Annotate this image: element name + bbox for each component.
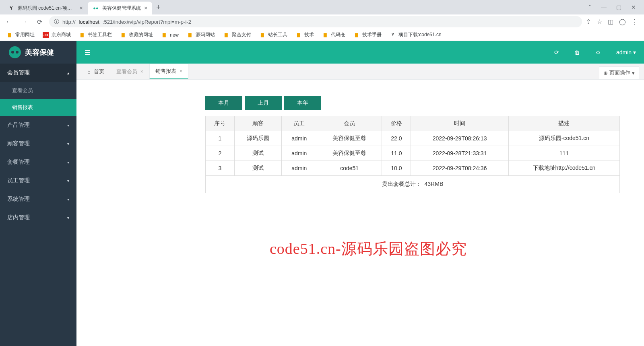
sidebar-group-label: 套餐管理: [7, 159, 30, 166]
tab-close-icon[interactable]: ×: [80, 5, 83, 11]
this-month-button[interactable]: 本月: [205, 96, 242, 110]
user-menu[interactable]: admin ▾: [616, 49, 636, 56]
refresh-icon[interactable]: ⟳: [554, 49, 559, 56]
bookmark-item[interactable]: ▇常用网址: [4, 31, 37, 39]
chevron-down-icon: ▾: [67, 216, 69, 220]
bookmark-item[interactable]: ▇技术: [293, 31, 316, 39]
topbar: ☰ ⟳ 🗑 ⛭ admin ▾: [76, 41, 644, 64]
column-header: 时间: [411, 116, 509, 131]
bookmark-item[interactable]: JD京东商城: [40, 31, 73, 39]
bookmark-item[interactable]: ▇站长工具: [257, 31, 290, 39]
info-icon[interactable]: ⓘ: [54, 18, 59, 25]
folder-icon: ▇: [353, 32, 360, 38]
jd-icon: JD: [43, 32, 49, 38]
star-icon[interactable]: ☆: [597, 18, 602, 25]
bookmark-item[interactable]: ▇收藏的网址: [118, 31, 155, 39]
content-panel: 本月 上月 本年 序号顾客员工会员价格时间描述 1源码乐园admin美容保健至尊…: [76, 80, 644, 346]
tab-close-icon[interactable]: ×: [140, 69, 143, 74]
url-host: localhost: [79, 19, 99, 25]
tab-sales-report[interactable]: 销售报表 ×: [149, 64, 188, 79]
chevron-down-icon: ▾: [67, 123, 69, 128]
menu-icon[interactable]: ⋮: [632, 18, 638, 25]
trash-icon[interactable]: 🗑: [574, 49, 580, 56]
favicon: ●●: [93, 5, 99, 11]
nav-reload-button[interactable]: ⟳: [34, 18, 45, 26]
sidebar-group[interactable]: 产品管理▾: [0, 116, 76, 134]
bookmark-label: 常用网址: [15, 31, 35, 38]
bookmark-label: 聚合支付: [232, 31, 251, 38]
cell-time: 2022-09-29T08:24:36: [411, 161, 509, 176]
cell-desc: 源码乐园-code51.cn: [508, 131, 619, 146]
extensions-icon[interactable]: ◫: [608, 18, 613, 25]
bookmark-item[interactable]: ▇代码仓: [320, 31, 348, 39]
cell-customer: 源码乐园: [234, 131, 281, 146]
sidebar-group[interactable]: 员工管理▾: [0, 171, 76, 190]
sidebar-group-label: 顾客管理: [7, 140, 30, 147]
sidebar-group[interactable]: 系统管理▾: [0, 190, 76, 208]
bookmark-label: 书签工具栏: [88, 31, 112, 38]
folder-icon: ▇: [322, 32, 328, 38]
nav-forward-button[interactable]: →: [19, 18, 30, 25]
cell-desc: 下载地址http://code51.cn: [508, 161, 619, 176]
chevron-down-icon: ▾: [633, 49, 636, 56]
bookmark-item[interactable]: ▇聚合支付: [221, 31, 254, 39]
bookmark-label: 技术手册: [362, 31, 382, 38]
app-root: 美容保健 会员管理▴查看会员销售报表产品管理▾顾客管理▾套餐管理▾员工管理▾系统…: [0, 41, 644, 346]
total-row: 卖出套餐总计： 43RMB: [206, 176, 620, 193]
bookmark-item[interactable]: Y项目下载:code51.cn: [387, 31, 444, 39]
cell-member: code51: [317, 161, 382, 176]
cell-member: 美容保健至尊: [317, 146, 382, 161]
nav-back-button[interactable]: ←: [3, 18, 14, 25]
browser-tab-0[interactable]: Y 源码乐园 code51.cn-项目论文代 ×: [3, 2, 88, 14]
sidebar-group[interactable]: 会员管理▴: [0, 64, 76, 82]
minimize-button[interactable]: —: [601, 4, 607, 10]
sidebar-sub-item[interactable]: 销售报表: [0, 99, 76, 116]
url-input[interactable]: ⓘ http://localhost:521/index#vip/vipRepo…: [49, 16, 582, 27]
bookmark-item[interactable]: ▇new: [159, 31, 181, 39]
bookmark-label: 项目下载:code51.cn: [398, 31, 442, 38]
tab-home[interactable]: ⌂ 首页: [81, 64, 110, 79]
dashboard-icon[interactable]: ⛭: [595, 49, 601, 56]
sidebar-group-label: 员工管理: [7, 177, 30, 184]
tab-title: 美容保健管理系统: [102, 5, 141, 12]
tab-close-icon[interactable]: ×: [180, 68, 182, 74]
cell-time: 2022-09-28T21:33:31: [411, 146, 509, 161]
hamburger-icon[interactable]: ☰: [85, 49, 90, 56]
chevron-down-icon: ▾: [67, 197, 69, 202]
sidebar-sub-item[interactable]: 查看会员: [0, 82, 76, 99]
this-year-button[interactable]: 本年: [284, 96, 321, 110]
tab-view-member[interactable]: 查看会员 ×: [110, 64, 149, 79]
folder-icon: ▇: [120, 32, 126, 38]
logo: 美容保健: [0, 41, 76, 64]
sidebar-group[interactable]: 店内管理▾: [0, 208, 76, 227]
chevron-down-icon: ▾: [632, 70, 635, 76]
cell-customer: 测试: [234, 146, 281, 161]
folder-icon: ▇: [259, 32, 266, 38]
cell-staff: admin: [281, 161, 317, 176]
folder-icon: ▇: [295, 32, 302, 38]
table-row: 3测试admincode5110.02022-09-29T08:24:36下载地…: [206, 161, 620, 176]
close-button[interactable]: ✕: [631, 4, 636, 10]
bookmark-label: 技术: [304, 31, 314, 38]
sidebar-group[interactable]: 套餐管理▾: [0, 153, 76, 171]
page-operations-button[interactable]: ⊕ 页面操作 ▾: [599, 66, 639, 79]
bookmark-item[interactable]: ▇技术手册: [351, 31, 384, 39]
chevron-down-icon[interactable]: ˅: [588, 4, 591, 10]
last-month-button[interactable]: 上月: [245, 96, 282, 110]
url-path: :521/index#vip/vipReport?mpi=m-p-i-2: [103, 19, 191, 25]
bookmark-label: 京东商城: [52, 31, 71, 38]
folder-icon: ▇: [187, 32, 193, 38]
sidebar-group[interactable]: 顾客管理▾: [0, 134, 76, 153]
new-tab-button[interactable]: +: [152, 3, 165, 12]
gear-icon: ⊕: [603, 70, 608, 76]
bookmark-item[interactable]: ▇书签工具栏: [76, 31, 114, 39]
profile-icon[interactable]: ◯: [619, 18, 626, 25]
browser-tab-1[interactable]: ●● 美容保健管理系统 ×: [88, 2, 152, 14]
tab-close-icon[interactable]: ×: [144, 5, 147, 11]
bookmarks-bar: ▇常用网址JD京东商城▇书签工具栏▇收藏的网址▇new▇源码网站▇聚合支付▇站长…: [0, 29, 644, 41]
cell-member: 美容保健至尊: [317, 131, 382, 146]
bookmark-item[interactable]: ▇源码网站: [184, 31, 217, 39]
folder-icon: ▇: [223, 32, 229, 38]
share-icon[interactable]: ⇪: [586, 18, 591, 25]
maximize-button[interactable]: ▢: [616, 4, 621, 10]
